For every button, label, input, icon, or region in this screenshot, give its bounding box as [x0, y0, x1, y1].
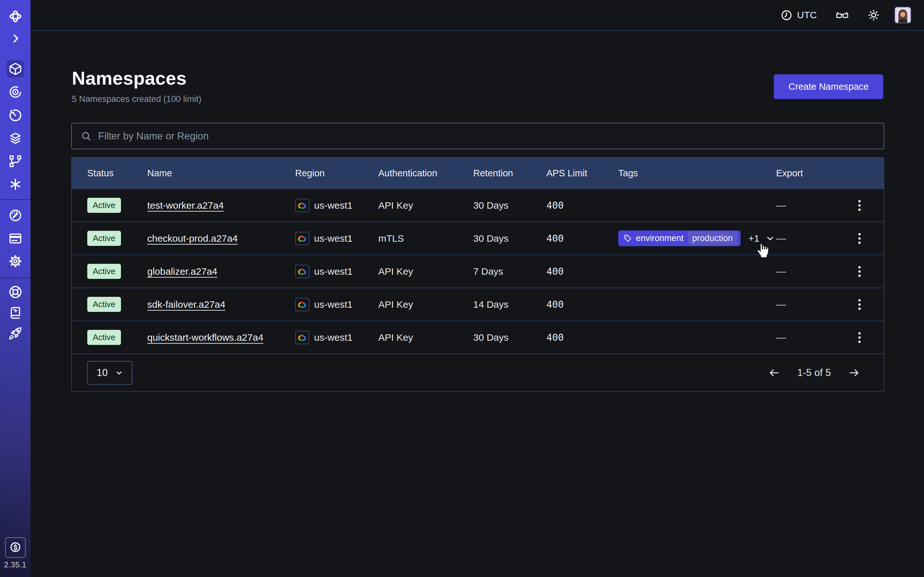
- row-actions-kebab-icon[interactable]: [853, 330, 866, 345]
- tag-value: production: [688, 231, 737, 245]
- region-label: us-west1: [314, 233, 352, 244]
- namespace-link[interactable]: checkout-prod.a27a4: [147, 233, 238, 243]
- sidebar-item-usage gauge-icon[interactable]: [8, 208, 23, 222]
- previous-page-button arrow-left-icon[interactable]: [767, 366, 781, 380]
- page-size-value: 10: [97, 367, 107, 379]
- row-actions-kebab-icon[interactable]: [853, 297, 866, 312]
- retention-label: 30 Days: [473, 233, 546, 244]
- row-actions-kebab-icon[interactable]: [853, 264, 866, 279]
- status-badge: Active: [87, 231, 121, 246]
- aps-limit-value: 400: [546, 332, 564, 343]
- export-value: —: [776, 299, 786, 310]
- clock-icon: [780, 9, 792, 21]
- status-badge: Active: [87, 297, 121, 312]
- sidebar-item-workflows scope-icon[interactable]: [8, 85, 23, 99]
- sidebar-item-docs book-icon[interactable]: [8, 306, 23, 320]
- region-label: us-west1: [314, 299, 352, 310]
- pagination-range: 1-5 of 5: [797, 367, 831, 379]
- sidebar-item-nexus asterisk-icon[interactable]: [8, 177, 23, 191]
- export-value: —: [776, 332, 786, 343]
- row-actions-kebab-icon[interactable]: [853, 198, 866, 213]
- status-badge: Active: [87, 330, 121, 345]
- filter-input[interactable]: [98, 131, 875, 142]
- aps-limit-value: 400: [546, 266, 564, 277]
- auth-label: API Key: [378, 200, 473, 211]
- theme-toggle-button sun-icon[interactable]: [867, 9, 880, 21]
- tag-pill[interactable]: environment production: [618, 230, 740, 246]
- next-page-button arrow-right-icon[interactable]: [847, 366, 861, 380]
- tag-icon: [624, 234, 632, 243]
- column-header-tags: Tags: [604, 168, 776, 179]
- sidebar-collapse-chevron-right-icon[interactable]: [9, 32, 22, 45]
- google-cloud-icon: [295, 331, 309, 344]
- sidebar-divider: [0, 199, 31, 200]
- export-value: —: [776, 233, 786, 244]
- namespaces-table: Status Name Region Authentication Retent…: [71, 157, 884, 392]
- column-header-status: Status: [87, 168, 147, 179]
- region-label: us-west1: [314, 266, 352, 277]
- column-header-name: Name: [147, 168, 295, 179]
- sidebar-item-task-queues layers-icon[interactable]: [8, 131, 23, 145]
- google-cloud-icon: [295, 298, 309, 311]
- google-cloud-icon: [295, 232, 309, 245]
- export-value: —: [776, 266, 786, 277]
- column-header-authentication: Authentication: [378, 168, 473, 179]
- row-actions-kebab-icon[interactable]: [853, 231, 866, 246]
- user-avatar[interactable]: [895, 7, 911, 23]
- region-label: us-west1: [314, 200, 352, 211]
- create-namespace-button[interactable]: Create Namespace: [774, 74, 883, 99]
- chevron-down-icon: [115, 369, 123, 377]
- page-subtitle: 5 Namespaces created (100 limit): [72, 94, 202, 104]
- retention-label: 7 Days: [473, 266, 546, 277]
- tags-more-count[interactable]: +1: [748, 233, 759, 244]
- search-icon: [81, 131, 92, 142]
- status-badge: Active: [87, 198, 121, 213]
- namespace-link[interactable]: sdk-failover.a27a4: [147, 299, 226, 309]
- timezone-selector[interactable]: UTC: [780, 9, 817, 21]
- page-title: Namespaces: [72, 67, 187, 89]
- sidebar-item-get-started rocket-icon[interactable]: [8, 326, 23, 340]
- auth-label: API Key: [378, 332, 473, 343]
- table-row: Active checkout-prod.a27a4 us-west1 mTLS…: [72, 221, 884, 255]
- column-header-aps-limit: APS Limit: [546, 168, 604, 179]
- page-size-select[interactable]: 10: [87, 361, 132, 385]
- sidebar-item-deployments branch-icon[interactable]: [8, 154, 23, 168]
- auth-label: API Key: [378, 299, 473, 310]
- sidebar: 2.35.1: [0, 0, 31, 577]
- auth-label: mTLS: [378, 233, 473, 244]
- region-label: us-west1: [314, 332, 352, 343]
- aps-limit-value: 400: [546, 299, 564, 310]
- filter-bar: [71, 123, 884, 149]
- billing-badge-button money-badge-icon[interactable]: [5, 537, 26, 558]
- auth-label: API Key: [378, 266, 473, 277]
- namespace-link[interactable]: globalizer.a27a4: [147, 266, 218, 277]
- sidebar-divider: [0, 277, 31, 278]
- namespace-link[interactable]: test-worker.a27a4: [147, 200, 224, 211]
- table-pagination: 10 1-5 of 5: [72, 354, 884, 391]
- table-header-row: Status Name Region Authentication Retent…: [72, 158, 884, 189]
- tag-key: environment: [636, 234, 684, 243]
- reader-mode-button glasses-icon[interactable]: [835, 9, 849, 21]
- namespace-link[interactable]: quickstart-workflows.a27a4: [147, 332, 263, 343]
- tags-cell: environment production +1: [604, 230, 776, 246]
- app-version: 2.35.1: [0, 560, 31, 569]
- topbar: UTC: [31, 0, 924, 31]
- sidebar-item-support lifebuoy-icon[interactable]: [8, 285, 23, 299]
- table-row: Active globalizer.a27a4 us-west1 API Key…: [72, 255, 884, 287]
- temporal-logo-icon[interactable]: [8, 9, 23, 24]
- aps-limit-value: 400: [546, 233, 564, 244]
- google-cloud-icon: [295, 199, 309, 212]
- sidebar-item-settings gear-icon[interactable]: [8, 254, 23, 268]
- export-value: —: [776, 200, 786, 211]
- retention-label: 30 Days: [473, 200, 546, 211]
- status-badge: Active: [87, 264, 121, 279]
- table-row: Active test-worker.a27a4 us-west1 API Ke…: [72, 189, 884, 221]
- sidebar-item-namespaces cube-icon[interactable]: [7, 60, 24, 77]
- table-row: Active sdk-failover.a27a4 us-west1 API K…: [72, 287, 884, 321]
- retention-label: 14 Days: [473, 299, 546, 310]
- sidebar-item-schedules timer-icon[interactable]: [8, 108, 23, 122]
- sidebar-item-billing card-icon[interactable]: [8, 231, 23, 245]
- column-header-region: Region: [295, 168, 378, 179]
- column-header-retention: Retention: [473, 168, 546, 179]
- tags-expand-chevron-down-icon[interactable]: [765, 234, 775, 243]
